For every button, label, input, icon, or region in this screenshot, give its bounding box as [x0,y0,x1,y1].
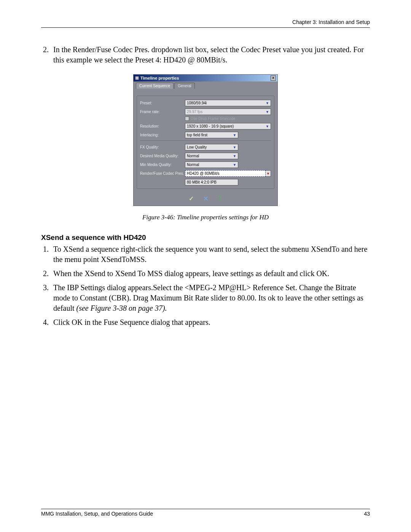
list-item: 2. When the XSend to XSend To MSS dialog… [41,268,370,279]
tab-general[interactable]: General [174,83,195,89]
chevron-down-icon: ▼ [266,125,269,128]
section-heading: XSend a sequence with HD420 [41,233,370,242]
dialog-icon [135,76,139,80]
codec-preset-value: HD420 @ 80MBit/s [187,171,220,176]
resolution-value: 1920 x 1080 - 16:9 (square) [187,124,234,128]
figure-caption: Figure 3-46: Timeline properties setting… [41,214,370,221]
interlacing-dropdown[interactable]: top field first ▼ [185,132,238,138]
dialog-button-row: ✓ ✕ ? [134,192,277,206]
preset-label: Preset: [140,101,185,105]
close-icon[interactable]: × [271,75,276,81]
ok-icon[interactable]: ✓ [187,195,195,202]
interlacing-label: Interlacing: [140,133,185,137]
framerate-value: 29.97 fps [187,110,202,114]
desired-media-quality-dropdown[interactable]: Normal ▼ [185,153,238,159]
codec-preset-dropdown[interactable]: HD420 @ 80MBit/s [185,170,266,177]
fxquality-dropdown[interactable]: Low Quality ▼ [185,144,238,150]
step-number: 2. [41,268,53,279]
footer-title: MMG Installation, Setup, and Operations … [41,511,153,517]
preset-value: 1080/59.94i [187,101,207,105]
resolution-dropdown[interactable]: 1920 x 1080 - 16:9 (square) ▼ [185,123,271,129]
chevron-down-icon[interactable]: ▼ [266,170,271,177]
divider [140,141,271,141]
step-text: To XSend a sequence right-click the sequ… [53,244,370,265]
codec-preset-label: Render/Fuse Codec Pres. [140,171,185,176]
step-number: 3. [41,283,53,313]
framerate-label: Frame rate: [140,110,185,114]
page-header: Chapter 3: Installation and Setup [41,19,370,28]
step-text: When the XSend to XSend To MSS dialog ap… [53,268,370,279]
chevron-down-icon: ▼ [266,110,269,114]
cancel-icon[interactable]: ✕ [202,195,209,202]
step-text: In the Render/Fuse Codec Pres. dropdown … [53,45,370,65]
interlacing-value: top field first [187,133,207,137]
dialog-tabs: Current Sequence General [134,81,277,89]
desired-media-quality-value: Normal [187,154,199,158]
footer-page-number: 43 [364,511,370,517]
chevron-down-icon: ▼ [233,163,236,167]
preset-dropdown[interactable]: 1080/59.94i ▼ [185,100,271,106]
step-text: The IBP Settings dialog appears.Select t… [53,283,370,313]
chevron-down-icon: ▼ [266,101,269,105]
fxquality-value: Low Quality [187,145,207,149]
timeline-properties-dialog: Timeline properties × Current Sequence G… [133,74,278,206]
steps-list: 1. To XSend a sequence right-click the s… [41,244,370,328]
list-item: 3. The IBP Settings dialog appears.Selec… [41,283,370,313]
intro-step: 2. In the Render/Fuse Codec Pres. dropdo… [41,45,370,65]
chevron-down-icon: ▼ [233,154,236,158]
codec-subvalue: 80 MBit 4:2:0 IPB [185,179,238,185]
help-icon[interactable]: ? [216,195,224,202]
tab-current-sequence[interactable]: Current Sequence [136,83,174,89]
desired-media-quality-label: Desired Media Quality: [140,154,185,158]
framerate-dropdown[interactable]: 29.97 fps ▼ [185,109,271,115]
page-footer: MMG Installation, Setup, and Operations … [41,509,370,517]
chevron-down-icon: ▼ [233,133,236,137]
dialog-title: Timeline properties [140,76,179,80]
dropframe-checkbox[interactable] [185,117,189,121]
step-text: Click OK in the Fuse Sequence dialog tha… [53,317,370,328]
min-media-quality-dropdown[interactable]: Normal ▼ [185,161,238,168]
min-media-quality-value: Normal [187,163,199,167]
chevron-down-icon: ▼ [233,145,236,149]
dropframe-label: Use Drop Frame timecode [191,117,235,121]
fxquality-label: FX Quality: [140,145,185,149]
resolution-label: Resolution: [140,124,185,128]
step-number: 1. [41,244,53,265]
list-item: 1. To XSend a sequence right-click the s… [41,244,370,265]
step-number: 4. [41,317,53,328]
list-item: 4. Click OK in the Fuse Sequence dialog … [41,317,370,328]
min-media-quality-label: Min Media Quality: [140,163,185,167]
dialog-titlebar: Timeline properties × [134,75,277,81]
step-number: 2. [41,45,53,65]
